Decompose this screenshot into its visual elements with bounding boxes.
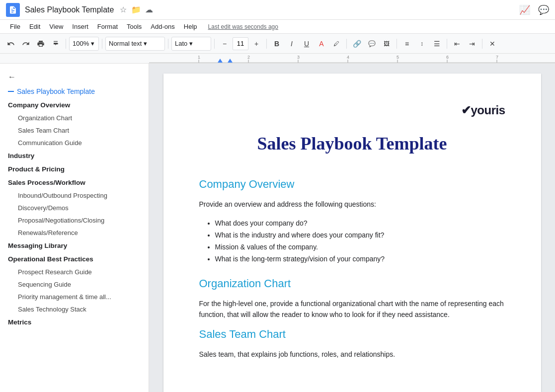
divider-7 <box>396 39 397 49</box>
font-size-input[interactable] <box>233 37 248 50</box>
sidebar-main-title[interactable]: Sales Playbook Template <box>0 84 149 98</box>
divider-5 <box>266 39 267 49</box>
back-arrow-icon: ← <box>8 73 16 81</box>
svg-marker-16 <box>228 59 233 63</box>
text-color-button[interactable]: A <box>315 37 328 51</box>
sidebar-item-sales-team-chart[interactable]: Sales Team Chart <box>0 124 149 137</box>
bullet-item: Mission & values of the company. <box>215 241 505 253</box>
style-select[interactable]: Normal text ▾ <box>105 37 165 51</box>
top-right-icons: 📈 💬 <box>519 4 549 15</box>
link-button[interactable]: 🔗 <box>350 37 364 51</box>
menu-edit[interactable]: Edit <box>25 21 44 32</box>
document-page: ✔youris Sales Playbook Template Company … <box>163 74 541 392</box>
sidebar-item-communication-guide[interactable]: Communication Guide <box>0 137 149 149</box>
divider-4 <box>214 39 215 49</box>
logo-check-icon: ✔ <box>461 103 471 117</box>
menu-file[interactable]: File <box>6 21 24 32</box>
last-edit[interactable]: Last edit was seconds ago <box>208 23 278 30</box>
sidebar-item-priority-mgmt[interactable]: Priority management & time all... <box>0 291 149 303</box>
indent-decrease-button[interactable]: ⇤ <box>450 37 464 51</box>
font-size-increase[interactable]: + <box>249 37 263 51</box>
menu-help[interactable]: Help <box>180 21 201 32</box>
divider-8 <box>447 39 447 49</box>
document-main-title: Sales Playbook Template <box>199 133 505 154</box>
italic-button[interactable]: I <box>285 37 299 51</box>
folder-icon[interactable]: 📁 <box>132 5 141 14</box>
underline-button[interactable]: U <box>300 37 314 51</box>
menu-insert[interactable]: Insert <box>68 21 92 32</box>
sidebar-item-renewals[interactable]: Renewals/Reference <box>0 227 149 239</box>
sidebar-item-discovery-demos[interactable]: Discovery/Demos <box>0 202 149 214</box>
section-title-org-chart: Organization Chart <box>199 277 505 290</box>
section-body-sales-team: Sales team, that explains job functions,… <box>199 349 505 360</box>
font-size-controls: − + <box>218 37 263 51</box>
sidebar-section-company-overview[interactable]: Company Overview <box>0 98 149 112</box>
sidebar-section-messaging[interactable]: Messaging Library <box>0 239 149 252</box>
sidebar-section-metrics[interactable]: Metrics <box>0 315 149 329</box>
sidebar-item-inbound-outbound[interactable]: Inbound/Outbound Prospecting <box>0 189 149 202</box>
active-indicator <box>8 91 14 92</box>
align-button[interactable]: ≡ <box>400 37 414 51</box>
indent-increase-button[interactable]: ⇥ <box>465 37 479 51</box>
redo-button[interactable] <box>19 37 33 51</box>
menu-bar: File Edit View Insert Format Tools Add-o… <box>0 20 555 34</box>
document-title: Sales Playbook Template <box>25 5 114 14</box>
top-bar: Sales Playbook Template ☆ 📁 ☁ 📈 💬 <box>0 0 555 20</box>
bullet-item: What is the long-term strategy/vision of… <box>215 253 505 265</box>
chat-icon[interactable]: 💬 <box>538 4 549 15</box>
paint-format-button[interactable] <box>49 37 63 51</box>
sidebar-section-industry[interactable]: Industry <box>0 149 149 162</box>
document-logo: ✔youris <box>199 103 505 117</box>
bullet-item: What is the industry and where does your… <box>215 230 505 241</box>
sidebar-section-product-pricing[interactable]: Product & Pricing <box>0 162 149 176</box>
toolbar: 100% ▾ Normal text ▾ Lato ▾ − + B I U A … <box>0 34 555 54</box>
menu-tools[interactable]: Tools <box>123 21 146 32</box>
clear-format-button[interactable]: ✕ <box>485 37 499 51</box>
sidebar-item-sales-tech[interactable]: Sales Technology Stack <box>0 303 149 315</box>
menu-view[interactable]: View <box>45 21 67 32</box>
sidebar-section-operational[interactable]: Operational Best Practices <box>0 252 149 266</box>
divider-9 <box>482 39 482 49</box>
font-size-decrease[interactable]: − <box>218 37 232 51</box>
star-icon[interactable]: ☆ <box>119 5 128 14</box>
print-button[interactable] <box>34 37 48 51</box>
highlight-button[interactable]: 🖊 <box>329 37 343 51</box>
section-body-org-chart: For the high-level one, provide a functi… <box>199 298 505 320</box>
trending-icon[interactable]: 📈 <box>519 4 530 15</box>
bold-button[interactable]: B <box>270 37 284 51</box>
font-select[interactable]: Lato ▾ <box>171 37 211 51</box>
divider-1 <box>66 39 66 49</box>
zoom-select[interactable]: 100% ▾ <box>69 37 99 51</box>
sidebar-item-prospect-research[interactable]: Prospect Research Guide <box>0 266 149 278</box>
sidebar-section-sales-process[interactable]: Sales Process/Workflow <box>0 176 149 189</box>
sidebar-item-organization-chart[interactable]: Organization Chart <box>0 112 149 124</box>
svg-text:5: 5 <box>396 55 399 60</box>
svg-text:3: 3 <box>297 55 300 60</box>
menu-format[interactable]: Format <box>93 21 122 32</box>
divider-6 <box>346 39 347 49</box>
section-title-company-overview: Company Overview <box>199 178 505 191</box>
divider-3 <box>168 39 168 49</box>
company-overview-bullets: What does your company do? What is the i… <box>209 218 505 265</box>
document-area[interactable]: ✔youris Sales Playbook Template Company … <box>149 64 555 392</box>
undo-button[interactable] <box>4 37 18 51</box>
title-icons: ☆ 📁 ☁ <box>119 5 154 14</box>
app-icon <box>6 3 20 17</box>
line-spacing-button[interactable]: ↕ <box>415 37 429 51</box>
list-button[interactable]: ☰ <box>430 37 444 51</box>
section-title-sales-team-chart: Sales Team Chart <box>199 328 505 341</box>
svg-text:1: 1 <box>198 55 200 60</box>
section-body-company-overview: Provide an overview and address the foll… <box>199 199 505 210</box>
menu-addons[interactable]: Add-ons <box>147 21 178 32</box>
comment-button[interactable]: 💬 <box>365 37 379 51</box>
sidebar-item-sequencing[interactable]: Sequencing Guide <box>0 278 149 291</box>
sidebar: ← Sales Playbook Template Company Overvi… <box>0 64 149 392</box>
cloud-icon[interactable]: ☁ <box>145 5 154 14</box>
bullet-item: What does your company do? <box>215 218 505 230</box>
sidebar-back-button[interactable]: ← <box>0 70 149 84</box>
image-button[interactable]: 🖼 <box>380 37 394 51</box>
divider-2 <box>102 39 102 49</box>
svg-text:6: 6 <box>446 55 449 60</box>
sidebar-item-proposal[interactable]: Proposal/Negotiations/Closing <box>0 214 149 227</box>
logo-text: ✔youris <box>461 103 505 117</box>
